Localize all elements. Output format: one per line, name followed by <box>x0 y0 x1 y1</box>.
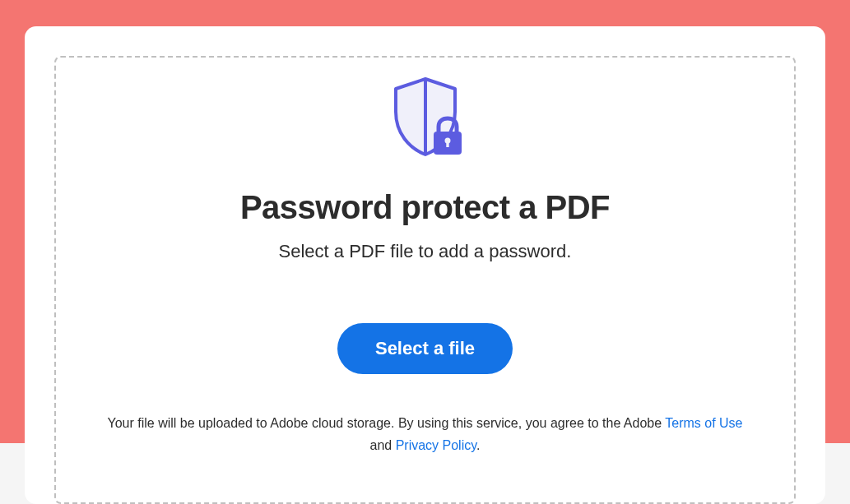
page-subtitle: Select a PDF file to add a password. <box>279 241 572 262</box>
legal-text: Your file will be uploaded to Adobe clou… <box>96 412 755 456</box>
legal-prefix: Your file will be uploaded to Adobe clou… <box>107 416 665 430</box>
legal-and: and <box>370 438 396 452</box>
select-file-button[interactable]: Select a file <box>337 323 513 374</box>
upload-card: Password protect a PDF Select a PDF file… <box>25 26 825 504</box>
svg-rect-3 <box>446 141 448 147</box>
terms-of-use-link[interactable]: Terms of Use <box>665 416 742 430</box>
privacy-policy-link[interactable]: Privacy Policy <box>396 438 476 452</box>
legal-suffix: . <box>476 438 480 452</box>
dropzone[interactable]: Password protect a PDF Select a PDF file… <box>54 56 796 504</box>
page-title: Password protect a PDF <box>240 189 610 226</box>
shield-lock-icon <box>384 76 467 158</box>
